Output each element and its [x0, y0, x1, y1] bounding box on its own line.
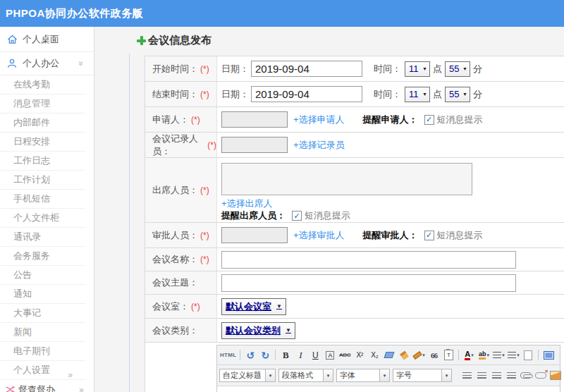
- sidebar-item[interactable]: 公告: [0, 266, 85, 285]
- form-row-meeting-topic: 会议主题：: [145, 271, 564, 294]
- sidebar-item[interactable]: 新闻: [0, 323, 85, 342]
- form-row-applicant: 申请人： (*) +选择申请人 提醒申请人： 短消息提示: [145, 106, 564, 132]
- form-row-recorder: 会议记录人员： (*) +选择记录员: [145, 132, 564, 157]
- ordered-list-icon[interactable]: ▾: [491, 348, 505, 362]
- required-mark: (*): [200, 90, 209, 99]
- sidebar-item-desktop[interactable]: 个人桌面: [0, 27, 94, 52]
- align-right-icon[interactable]: [489, 369, 503, 383]
- sidebar-item[interactable]: 电子期刊: [0, 342, 85, 361]
- sidebar-item[interactable]: 消息管理: [0, 94, 85, 114]
- form-row-approver: 审批人员： (*) +选择审批人 提醒审批人： 短消息提示: [145, 222, 564, 247]
- recorder-input[interactable]: [221, 137, 288, 153]
- start-date-input[interactable]: [251, 61, 362, 77]
- align-left-icon[interactable]: [460, 369, 474, 383]
- sidebar-item-inspect[interactable]: 督查督办 »: [0, 380, 94, 392]
- font-box-icon[interactable]: A: [323, 348, 337, 362]
- start-hour-select[interactable]: 11▼: [405, 61, 430, 77]
- blockquote-icon[interactable]: 66: [427, 348, 441, 362]
- align-justify-icon[interactable]: [504, 369, 518, 383]
- end-minute-select[interactable]: 55▼: [445, 87, 470, 102]
- sidebar-item[interactable]: 大事记: [0, 304, 85, 323]
- sidebar-item[interactable]: 工作日志: [0, 152, 85, 171]
- minute-unit-label: 分: [473, 63, 482, 75]
- meeting-name-label: 会议名称：: [152, 253, 198, 266]
- hamburger-icon[interactable]: ≡: [133, 6, 140, 20]
- app-header: PHPOA协同办公软件政务版 ≡: [0, 0, 564, 27]
- sidebar-item[interactable]: 手机短信: [0, 190, 85, 209]
- fullscreen-icon[interactable]: [541, 348, 556, 362]
- sidebar-item[interactable]: 日程安排: [0, 133, 85, 152]
- meeting-topic-label: 会议主题：: [152, 276, 198, 289]
- font-size-select[interactable]: 字号▾: [393, 369, 452, 382]
- bold-icon[interactable]: B: [278, 348, 293, 362]
- dropdown-caret-icon: ▾: [324, 369, 333, 382]
- start-time-label: 开始时间：: [152, 63, 198, 75]
- highlight-color-icon[interactable]: ab▾: [477, 348, 491, 362]
- sidebar-item[interactable]: 通知: [0, 285, 85, 304]
- meeting-category-select[interactable]: 默认会议类别 ▼: [221, 322, 295, 339]
- unordered-list-icon[interactable]: ▾: [506, 348, 520, 362]
- undo-icon[interactable]: ↺: [243, 348, 257, 362]
- home-icon: [7, 35, 18, 44]
- sidebar-item[interactable]: 在线考勤: [0, 75, 85, 94]
- font-color-icon[interactable]: A▾: [462, 348, 476, 362]
- dropdown-arrow-icon: ▼: [462, 92, 467, 97]
- sidebar-item[interactable]: 个人文件柜: [0, 209, 85, 228]
- paint-format-icon[interactable]: ▾: [412, 348, 426, 362]
- unlink-icon[interactable]: [534, 369, 548, 383]
- form-row-meeting-category: 会议类别： 默认会议类别 ▼: [145, 318, 564, 342]
- sidebar-item[interactable]: 内部邮件: [0, 114, 85, 133]
- sidebar-item[interactable]: 工作计划: [0, 171, 85, 190]
- date-label: 日期：: [221, 63, 249, 75]
- choose-recorder-link[interactable]: +选择记录员: [293, 139, 345, 152]
- toolbar-separator: [240, 350, 240, 360]
- choose-attendees-link[interactable]: +选择出席人: [221, 197, 273, 210]
- font-family-select[interactable]: 字体▾: [336, 369, 390, 382]
- link-icon[interactable]: [519, 369, 533, 383]
- choose-applicant-link[interactable]: +选择申请人: [293, 114, 345, 126]
- start-minute-select[interactable]: 55▼: [445, 61, 470, 77]
- panel-divider: [129, 54, 130, 392]
- required-mark: (*): [200, 185, 209, 195]
- sidebar-item[interactable]: 通讯录: [0, 228, 85, 247]
- underline-icon[interactable]: U: [308, 348, 322, 362]
- meeting-room-select[interactable]: 默认会议室 ▼: [221, 298, 286, 315]
- quick-format-icon[interactable]: [397, 348, 411, 362]
- required-mark: (*): [200, 64, 209, 74]
- meeting-room-label: 会议室：: [152, 300, 189, 313]
- paste-text-icon[interactable]: T: [441, 348, 455, 362]
- hour-unit-label: 点: [433, 88, 442, 101]
- required-mark: (*): [207, 140, 216, 150]
- end-date-input[interactable]: [251, 86, 362, 102]
- applicant-sms-checkbox[interactable]: [424, 115, 434, 125]
- redo-icon[interactable]: ↻: [258, 348, 272, 362]
- italic-icon[interactable]: I: [293, 348, 307, 362]
- align-center-icon[interactable]: [474, 369, 489, 383]
- sidebar-item[interactable]: 会务服务: [0, 247, 85, 266]
- editor-content[interactable]: [217, 386, 560, 392]
- rich-text-editor: HTML↺↻BIUAABCX²X₂▾66TA▾ab▾▾▾ 自定义标题▾段落格式▾…: [216, 345, 560, 392]
- approver-sms-checkbox[interactable]: [424, 231, 434, 240]
- heading-select[interactable]: 自定义标题▾: [219, 369, 276, 382]
- attendees-textarea[interactable]: [221, 163, 472, 195]
- remove-format-icon[interactable]: [382, 348, 396, 362]
- sidebar-item-office[interactable]: 个人办公 »: [0, 52, 94, 75]
- strikethrough-icon[interactable]: ABC: [338, 348, 352, 362]
- sidebar-item-settings[interactable]: 个人设置 »: [0, 361, 85, 380]
- applicant-input[interactable]: [221, 111, 288, 128]
- paragraph-select[interactable]: 段落格式▾: [278, 369, 333, 382]
- source-code-icon[interactable]: HTML: [219, 348, 237, 362]
- new-page-icon[interactable]: [521, 348, 535, 362]
- meeting-topic-input[interactable]: [221, 274, 516, 292]
- remind-applicant-label: 提醒申请人：: [363, 114, 418, 126]
- form-row-meeting-name: 会议名称： (*): [145, 247, 564, 271]
- subscript-icon[interactable]: X₂: [367, 348, 381, 362]
- end-hour-select[interactable]: 11▼: [405, 87, 430, 102]
- choose-approver-link[interactable]: +选择审批人: [293, 229, 345, 242]
- superscript-icon[interactable]: X²: [352, 348, 367, 362]
- meeting-name-input[interactable]: [221, 251, 516, 269]
- attendees-sms-checkbox[interactable]: [292, 211, 302, 221]
- approver-input[interactable]: [221, 227, 288, 243]
- image-icon[interactable]: [548, 369, 563, 383]
- dropdown-caret-icon: ▾: [380, 369, 390, 382]
